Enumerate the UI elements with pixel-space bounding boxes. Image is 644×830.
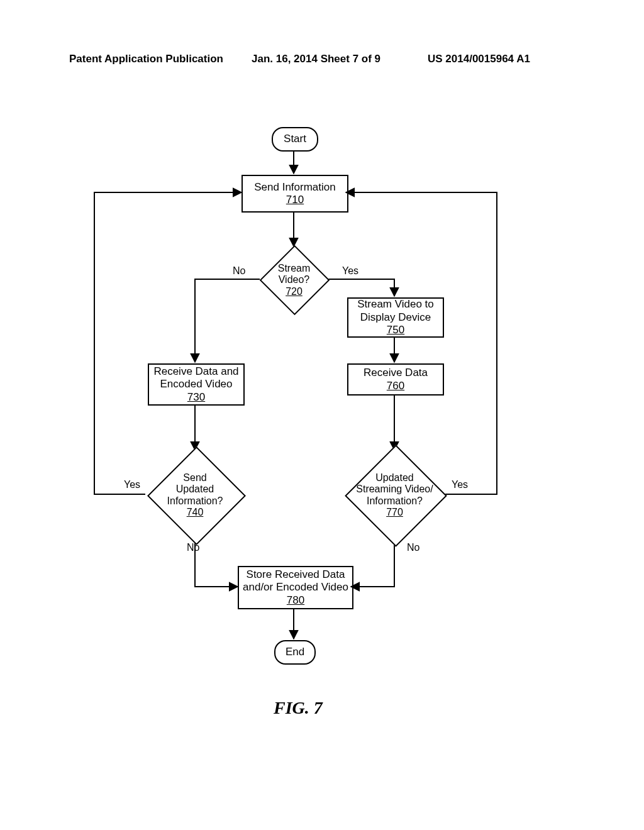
n750-ref: 750 bbox=[387, 324, 404, 336]
edge-740-no: No bbox=[187, 542, 199, 553]
n740-label: Send Updated Information? bbox=[167, 472, 223, 507]
figure-label: FIG. 7 bbox=[274, 698, 323, 718]
process-receive-data-encoded: Receive Data and Encoded Video 730 bbox=[148, 363, 245, 406]
n760-label: Receive Data bbox=[364, 367, 428, 379]
n710-label: Send Information bbox=[254, 181, 335, 194]
edge-720-no: No bbox=[233, 265, 245, 277]
n770-label: Updated Streaming Video/ Information? bbox=[356, 472, 433, 507]
process-receive-data: Receive Data 760 bbox=[347, 363, 444, 396]
n720-ref: 720 bbox=[286, 286, 303, 297]
terminator-start: Start bbox=[272, 127, 318, 152]
n730-label: Receive Data and Encoded Video bbox=[153, 365, 238, 391]
n710-ref: 710 bbox=[286, 194, 304, 206]
header-center: Jan. 16, 2014 Sheet 7 of 9 bbox=[252, 53, 380, 65]
start-label: Start bbox=[284, 133, 306, 145]
n720-label: Stream Video? bbox=[278, 263, 311, 286]
terminator-end: End bbox=[274, 640, 316, 665]
end-label: End bbox=[286, 646, 304, 658]
edge-770-no: No bbox=[407, 542, 419, 553]
n740-ref: 740 bbox=[187, 507, 204, 518]
edge-770-yes: Yes bbox=[452, 479, 468, 490]
n780-ref: 780 bbox=[287, 594, 304, 607]
n750-label: Stream Video to Display Device bbox=[357, 298, 434, 324]
process-send-information: Send Information 710 bbox=[242, 175, 348, 213]
n780-label: Store Received Data and/or Encoded Video bbox=[243, 568, 348, 594]
edge-720-yes: Yes bbox=[342, 265, 358, 277]
process-store-received: Store Received Data and/or Encoded Video… bbox=[238, 566, 353, 609]
page: Patent Application Publication Jan. 16, … bbox=[0, 0, 644, 830]
edge-740-yes: Yes bbox=[124, 479, 140, 490]
n770-ref: 770 bbox=[386, 507, 403, 518]
n760-ref: 760 bbox=[387, 380, 404, 392]
process-stream-to-display: Stream Video to Display Device 750 bbox=[347, 297, 444, 338]
header-left: Patent Application Publication bbox=[69, 53, 223, 65]
n730-ref: 730 bbox=[187, 391, 205, 404]
header-right: US 2014/0015964 A1 bbox=[428, 53, 530, 65]
